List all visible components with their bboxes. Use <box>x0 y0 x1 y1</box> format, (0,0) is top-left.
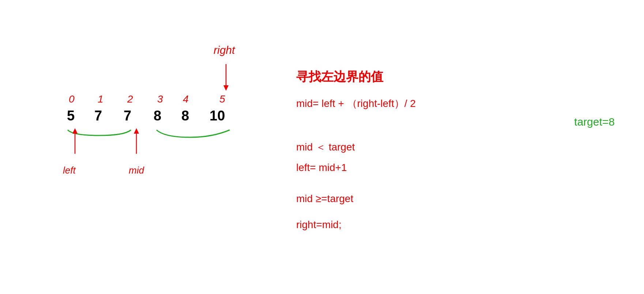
condition2: left= mid+1 <box>296 159 644 176</box>
condition3: mid ≥=target <box>296 190 644 208</box>
num-4: 8 <box>181 108 189 124</box>
svg-marker-5 <box>134 128 139 134</box>
target-value: target=8 <box>296 116 644 128</box>
right-label: right <box>214 44 235 56</box>
index-2: 2 <box>127 93 133 105</box>
formula-line: mid= left + （right-left）/ 2 <box>296 96 644 112</box>
index-4: 4 <box>183 93 189 105</box>
num-0: 5 <box>67 108 75 124</box>
diagram-section: 0 1 2 3 4 5 5 7 7 8 8 10 right left mid <box>0 0 274 294</box>
num-3: 8 <box>154 108 161 124</box>
left-label: left <box>63 165 76 176</box>
num-2: 7 <box>124 108 131 124</box>
index-1: 1 <box>98 93 103 105</box>
mid-label: mid <box>129 165 144 176</box>
svg-marker-1 <box>223 85 229 91</box>
num-1: 7 <box>94 108 102 124</box>
index-0: 0 <box>69 93 75 105</box>
index-5: 5 <box>219 93 225 105</box>
text-section: 寻找左边界的值 mid= left + （right-left）/ 2 targ… <box>274 0 644 294</box>
condition1: mid ＜ target <box>296 138 644 156</box>
section-title: 寻找左边界的值 <box>296 68 644 85</box>
index-3: 3 <box>157 93 163 105</box>
num-5: 10 <box>210 108 225 124</box>
condition4: right=mid; <box>296 216 644 234</box>
main-container: 0 1 2 3 4 5 5 7 7 8 8 10 right left mid … <box>0 0 644 294</box>
svg-marker-3 <box>72 128 78 134</box>
